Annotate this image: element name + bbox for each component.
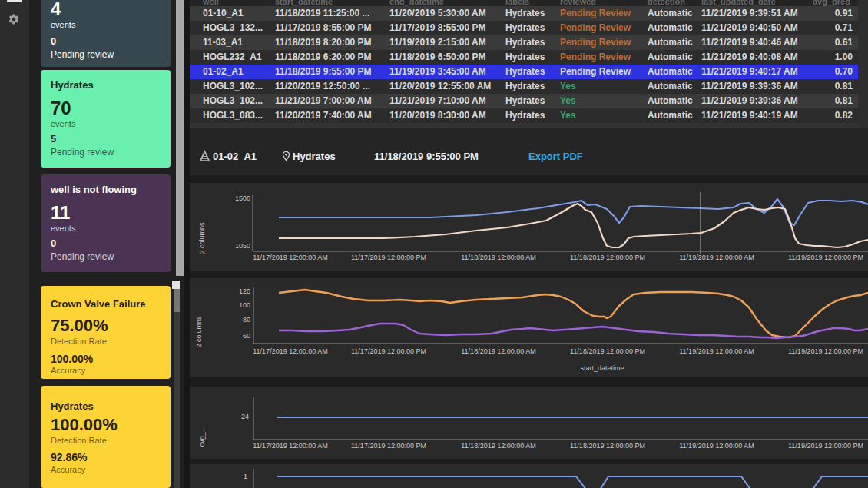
svg-text:11/17/2019 12:00:00 PM: 11/17/2019 12:00:00 PM [351,442,426,450]
svg-text:11/19/2019 12:00:00 PM: 11/19/2019 12:00:00 PM [788,442,863,450]
svg-text:cvg_...: cvg_... [198,427,206,447]
svg-text:1: 1 [244,473,247,480]
svg-text:11/17/2019 12:00:00 AM: 11/17/2019 12:00:00 AM [253,442,327,450]
svg-text:11/18/2019 12:00:00 PM: 11/18/2019 12:00:00 PM [570,254,645,261]
svg-text:1050: 1050 [235,242,250,250]
svg-text:2 columns: 2 columns [198,222,206,254]
svg-text:11/18/2019 12:00:00 AM: 11/18/2019 12:00:00 AM [461,347,535,355]
svg-text:11/19/2019 12:00:00 PM: 11/19/2019 12:00:00 PM [788,254,863,261]
svg-text:11/17/2019 12:00:00 AM: 11/17/2019 12:00:00 AM [253,254,327,261]
svg-text:1500: 1500 [235,194,250,202]
svg-text:11/17/2019 12:00:00 PM: 11/17/2019 12:00:00 PM [351,347,426,355]
svg-text:60: 60 [243,332,250,340]
svg-text:24: 24 [241,413,249,420]
svg-text:11/19/2019 12:00:00 PM: 11/19/2019 12:00:00 PM [788,347,863,355]
svg-text:11/18/2019 12:00:00 PM: 11/18/2019 12:00:00 PM [570,442,645,450]
svg-text:120: 120 [239,287,250,295]
svg-text:11/19/2019 12:00:00 AM: 11/19/2019 12:00:00 AM [679,442,754,450]
svg-text:2 columns: 2 columns [195,316,203,348]
svg-text:11/17/2019 12:00:00 AM: 11/17/2019 12:00:00 AM [253,347,327,355]
svg-text:start_datetime: start_datetime [580,364,624,372]
svg-text:11/18/2019 12:00:00 AM: 11/18/2019 12:00:00 AM [461,442,535,450]
svg-text:100: 100 [239,301,250,309]
svg-text:11/18/2019 12:00:00 AM: 11/18/2019 12:00:00 AM [461,254,535,261]
svg-text:11/17/2019 12:00:00 PM: 11/17/2019 12:00:00 PM [351,254,426,261]
svg-text:11/19/2019 12:00:00 AM: 11/19/2019 12:00:00 AM [679,254,754,261]
svg-text:11/19/2019 12:00:00 AM: 11/19/2019 12:00:00 AM [679,347,754,355]
svg-text:80: 80 [243,316,250,324]
svg-text:11/18/2019 12:00:00 PM: 11/18/2019 12:00:00 PM [570,347,645,355]
